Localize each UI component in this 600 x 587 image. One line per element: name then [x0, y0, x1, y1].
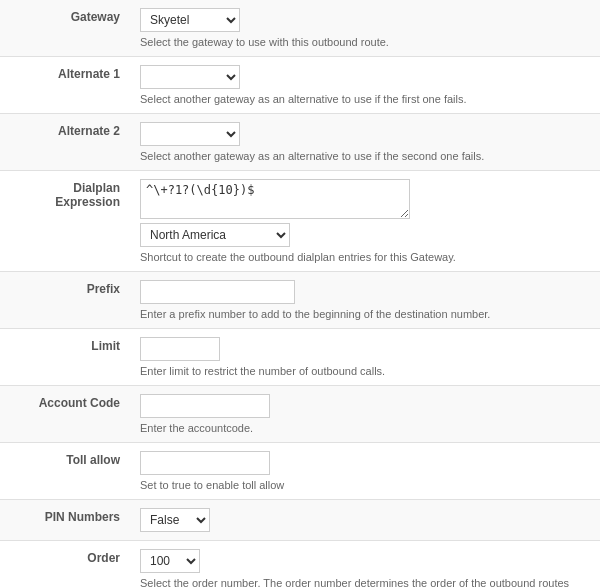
gateway-label: Gateway [0, 0, 130, 56]
alternate1-label: Alternate 1 [0, 57, 130, 113]
alternate1-row: Alternate 1 Select another gateway as an… [0, 57, 600, 114]
pin-numbers-field: False True [130, 500, 600, 540]
alternate1-select[interactable] [140, 65, 240, 89]
toll-allow-field: Set to true to enable toll allow [130, 443, 600, 499]
order-label: Order [0, 541, 130, 587]
outbound-route-form: Gateway Skyetel Select the gateway to us… [0, 0, 600, 587]
account-code-row: Account Code Enter the accountcode. [0, 386, 600, 443]
pin-numbers-label: PIN Numbers [0, 500, 130, 540]
limit-row: Limit Enter limit to restrict the number… [0, 329, 600, 386]
dialplan-textarea[interactable]: ^\+?1?(\d{10})$ [140, 179, 410, 219]
prefix-help: Enter a prefix number to add to the begi… [140, 308, 590, 320]
alternate2-label: Alternate 2 [0, 114, 130, 170]
dialplan-field: ^\+?1?(\d{10})$ North America Europe Asi… [130, 171, 600, 271]
prefix-label: Prefix [0, 272, 130, 328]
alternate2-select[interactable] [140, 122, 240, 146]
prefix-field: Enter a prefix number to add to the begi… [130, 272, 600, 328]
toll-allow-label: Toll allow [0, 443, 130, 499]
account-code-field: Enter the accountcode. [130, 386, 600, 442]
order-help: Select the order number. The order numbe… [140, 577, 590, 587]
dialplan-help: Shortcut to create the outbound dialplan… [140, 251, 590, 263]
alternate1-field: Select another gateway as an alternative… [130, 57, 600, 113]
account-code-input[interactable] [140, 394, 270, 418]
toll-allow-input[interactable] [140, 451, 270, 475]
gateway-select[interactable]: Skyetel [140, 8, 240, 32]
dialplan-label: Dialplan Expression [0, 171, 130, 271]
limit-help: Enter limit to restrict the number of ou… [140, 365, 590, 377]
dialplan-row: Dialplan Expression ^\+?1?(\d{10})$ Nort… [0, 171, 600, 272]
region-select[interactable]: North America Europe Asia Custom [140, 223, 290, 247]
order-field: 100 200 300 400 500 Select the order num… [130, 541, 600, 587]
account-code-help: Enter the accountcode. [140, 422, 590, 434]
gateway-help: Select the gateway to use with this outb… [140, 36, 590, 48]
toll-allow-row: Toll allow Set to true to enable toll al… [0, 443, 600, 500]
pin-numbers-row: PIN Numbers False True [0, 500, 600, 541]
prefix-input[interactable] [140, 280, 295, 304]
pin-numbers-select[interactable]: False True [140, 508, 210, 532]
gateway-field: Skyetel Select the gateway to use with t… [130, 0, 600, 56]
prefix-row: Prefix Enter a prefix number to add to t… [0, 272, 600, 329]
gateway-row: Gateway Skyetel Select the gateway to us… [0, 0, 600, 57]
limit-input[interactable] [140, 337, 220, 361]
order-row: Order 100 200 300 400 500 Select the ord… [0, 541, 600, 587]
account-code-label: Account Code [0, 386, 130, 442]
alternate1-help: Select another gateway as an alternative… [140, 93, 590, 105]
alternate2-help: Select another gateway as an alternative… [140, 150, 590, 162]
alternate2-field: Select another gateway as an alternative… [130, 114, 600, 170]
limit-field: Enter limit to restrict the number of ou… [130, 329, 600, 385]
order-select[interactable]: 100 200 300 400 500 [140, 549, 200, 573]
alternate2-row: Alternate 2 Select another gateway as an… [0, 114, 600, 171]
toll-allow-help: Set to true to enable toll allow [140, 479, 590, 491]
limit-label: Limit [0, 329, 130, 385]
